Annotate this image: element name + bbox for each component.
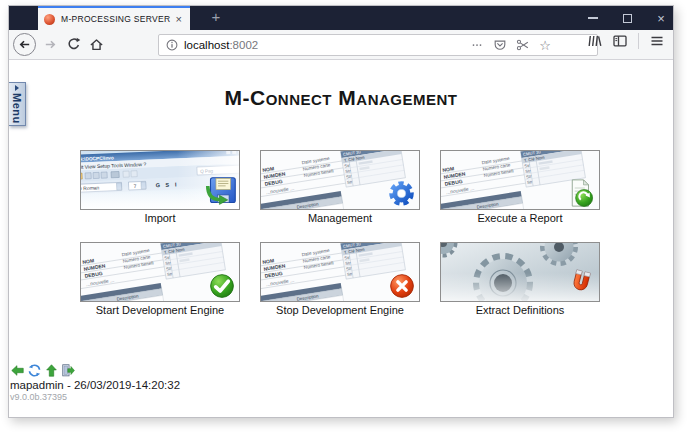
minimize-icon [588, 17, 598, 19]
site-info-icon[interactable] [165, 38, 179, 52]
window-controls: × [587, 6, 667, 30]
tile-grid: Import Management Execute a Report Start… [80, 150, 600, 317]
reload-button[interactable] [65, 36, 82, 53]
page-title: M-Connect Management [9, 86, 673, 110]
tab-close-icon[interactable]: × [174, 13, 184, 26]
tile-management-image[interactable] [260, 150, 420, 210]
reload-icon [66, 37, 81, 52]
screenshot-scissors-icon[interactable] [516, 38, 530, 52]
tile-management[interactable]: Management [260, 150, 420, 225]
home-button[interactable] [88, 36, 105, 53]
tile-execute-report[interactable]: Execute a Report [440, 150, 600, 225]
pocket-icon[interactable] [493, 38, 507, 52]
tile-execute-report-image[interactable] [440, 150, 600, 210]
library-icon[interactable] [586, 33, 602, 49]
home-icon [89, 37, 104, 52]
footer-refresh-button[interactable] [28, 364, 41, 377]
tile-start-engine-label: Start Development Engine [80, 304, 240, 317]
nav-toolbar: localhost:8002 ☆ [9, 30, 673, 60]
version-info: v9.0.0b.37395 [10, 392, 180, 402]
browser-window: M-PROCESSING SERVER × + × [8, 5, 674, 418]
footer-back-button[interactable] [11, 364, 24, 377]
tile-extract-definitions-label: Extract Definitions [440, 304, 600, 317]
tile-start-engine-image[interactable] [80, 242, 240, 302]
tile-management-label: Management [260, 212, 420, 225]
footer-logout-button[interactable] [62, 364, 75, 377]
toolbar-separator [638, 33, 639, 49]
hamburger-menu-icon[interactable] [649, 33, 665, 49]
forward-arrow-icon [43, 37, 58, 52]
back-arrow-icon [17, 37, 32, 52]
sidebar-toggle-icon[interactable] [612, 33, 628, 49]
tile-extract-definitions-image[interactable] [440, 242, 600, 302]
bookmark-star-icon[interactable]: ☆ [539, 39, 551, 52]
tile-start-engine[interactable]: Start Development Engine [80, 242, 240, 317]
tile-import-label: Import [80, 212, 240, 225]
page-actions-dots-icon[interactable] [470, 38, 484, 52]
new-tab-button[interactable]: + [205, 6, 227, 30]
session-info: mapadmin - 26/03/2019-14:20:32 [10, 379, 180, 391]
tab-title: M-PROCESSING SERVER [61, 14, 174, 24]
url-bar[interactable]: localhost:8002 ☆ [158, 34, 598, 56]
minimize-button[interactable] [587, 6, 599, 30]
tile-stop-engine[interactable]: Stop Development Engine [260, 242, 420, 317]
menu-tab-label: Menu [11, 93, 23, 124]
page-footer: mapadmin - 26/03/2019-14:20:32 v9.0.0b.3… [10, 364, 180, 402]
site-favicon [44, 14, 55, 25]
tile-stop-engine-label: Stop Development Engine [260, 304, 420, 317]
close-window-button[interactable]: × [655, 6, 667, 30]
url-text: localhost:8002 [184, 39, 258, 51]
url-port: :8002 [229, 39, 258, 51]
tile-import[interactable]: Import [80, 150, 240, 225]
menu-slide-tab[interactable]: Menu [9, 82, 26, 126]
tile-stop-engine-image[interactable] [260, 242, 420, 302]
maximize-button[interactable] [621, 6, 633, 30]
maximize-icon [623, 14, 632, 23]
forward-button[interactable] [42, 36, 59, 53]
browser-titlebar: M-PROCESSING SERVER × + × [9, 6, 673, 30]
tile-extract-definitions[interactable]: Extract Definitions [440, 242, 600, 317]
browser-tab[interactable]: M-PROCESSING SERVER × [38, 6, 190, 30]
url-host: localhost [184, 39, 229, 51]
tile-import-image[interactable] [80, 150, 240, 210]
page-content: Menu M-Connect Management Import Managem… [9, 60, 673, 417]
menu-expand-arrow-icon [15, 85, 19, 91]
footer-up-button[interactable] [45, 364, 58, 377]
back-button[interactable] [13, 33, 36, 56]
tile-execute-report-label: Execute a Report [440, 212, 600, 225]
